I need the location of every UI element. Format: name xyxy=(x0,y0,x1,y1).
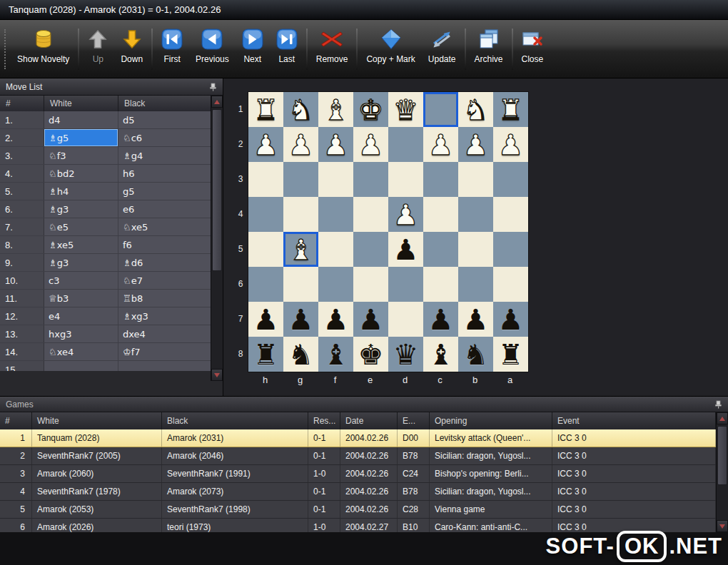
board-square-b7[interactable]: ♟ xyxy=(458,302,493,337)
toolbar-button-next[interactable]: Next xyxy=(236,22,270,78)
scrollbar-thumb[interactable] xyxy=(212,109,222,271)
board-square-e7[interactable]: ♟ xyxy=(353,302,388,337)
game-row[interactable]: 2SeventhRank7 (2005)Amarok (2046)0-12004… xyxy=(0,447,716,465)
board-square-f3[interactable] xyxy=(318,162,353,197)
move-black-cell[interactable]: ♗g4 xyxy=(118,147,211,164)
board-square-c6[interactable] xyxy=(423,267,458,302)
toolbar-button-copy-mark[interactable]: Copy + Mark xyxy=(360,22,421,78)
board-square-e2[interactable]: ♟ xyxy=(353,127,388,162)
board-square-c7[interactable]: ♟ xyxy=(423,302,458,337)
toolbar-button-close[interactable]: Close xyxy=(515,22,550,78)
move-white-cell[interactable]: ♘e5 xyxy=(44,218,118,235)
board-square-g7[interactable]: ♟ xyxy=(283,302,318,337)
move-black-cell[interactable]: ♘c6 xyxy=(118,129,211,146)
board-square-a2[interactable]: ♟ xyxy=(493,127,528,162)
game-row[interactable]: 5Amarok (2053)SeventhRank7 (1998)0-12004… xyxy=(0,501,716,519)
games-column-header[interactable]: # xyxy=(0,412,32,429)
board-square-a3[interactable] xyxy=(493,162,528,197)
games-column-header[interactable]: Opening xyxy=(430,412,552,429)
board-square-h6[interactable] xyxy=(248,267,283,302)
scrollbar-track[interactable] xyxy=(717,424,728,520)
games-column-header[interactable]: Event xyxy=(552,412,716,429)
toolbar-button-archive[interactable]: Archive xyxy=(468,22,510,78)
game-row[interactable]: 4SeventhRank7 (1978)Amarok (2073)0-12004… xyxy=(0,483,716,501)
board-square-c1[interactable] xyxy=(423,92,458,127)
board-square-a7[interactable]: ♟ xyxy=(493,302,528,337)
move-black-cell[interactable]: ♗xg3 xyxy=(118,307,211,325)
board-square-a6[interactable] xyxy=(493,267,528,302)
board-square-b8[interactable]: ♞ xyxy=(458,337,493,372)
board-square-f8[interactable]: ♝ xyxy=(318,337,353,372)
board-square-e8[interactable]: ♚ xyxy=(353,337,388,372)
board-square-g8[interactable]: ♞ xyxy=(283,337,318,372)
games-column-header[interactable]: Res... xyxy=(308,412,340,429)
scrollbar-track[interactable] xyxy=(211,108,223,369)
board-square-f2[interactable]: ♟ xyxy=(318,127,353,162)
board-square-g5[interactable]: ♝ xyxy=(283,232,318,267)
move-black-cell[interactable]: h6 xyxy=(118,165,211,182)
board-square-h7[interactable]: ♟ xyxy=(248,302,283,337)
pin-icon[interactable] xyxy=(209,83,217,91)
move-white-cell[interactable]: ♕b3 xyxy=(44,290,118,307)
move-white-cell[interactable]: ♗g3 xyxy=(44,254,118,271)
games-column-header[interactable]: Date xyxy=(340,412,398,429)
toolbar-button-last[interactable]: Last xyxy=(270,22,304,78)
toolbar-button-first[interactable]: First xyxy=(155,22,189,78)
move-black-cell[interactable]: ♖b8 xyxy=(118,290,211,307)
board-square-g6[interactable] xyxy=(283,267,318,302)
board-square-f4[interactable] xyxy=(318,197,353,232)
board-square-f7[interactable]: ♟ xyxy=(318,302,353,337)
move-white-cell[interactable]: c3 xyxy=(44,272,118,289)
game-row[interactable]: 6Amarok (2026)teori (1973)1-02004.02.27B… xyxy=(0,519,716,532)
board-square-b4[interactable] xyxy=(458,197,493,232)
move-black-cell[interactable]: ♔f7 xyxy=(118,343,211,360)
title-bar[interactable]: Tanquam (2028) - Amarok (2031) = 0-1, 20… xyxy=(0,0,728,20)
toolbar-button-up[interactable]: Up xyxy=(81,22,114,78)
move-list-column-header[interactable]: Black xyxy=(118,96,211,111)
move-white-cell[interactable]: d4 xyxy=(44,111,118,128)
move-white-cell[interactable]: ♗g3 xyxy=(44,200,118,218)
move-white-cell[interactable]: ♘bd2 xyxy=(44,165,118,182)
move-black-cell[interactable]: ♗d6 xyxy=(118,254,211,271)
pin-icon[interactable] xyxy=(714,400,722,409)
board-square-d5[interactable]: ♟ xyxy=(388,232,423,267)
board-square-c4[interactable] xyxy=(423,197,458,232)
toolbar-button-down[interactable]: Down xyxy=(114,22,149,78)
board-square-d7[interactable] xyxy=(388,302,423,337)
games-column-header[interactable]: Black xyxy=(162,412,308,429)
scroll-up-button[interactable] xyxy=(211,96,223,108)
move-black-cell[interactable]: ♘e7 xyxy=(118,272,211,289)
move-list-scrollbar[interactable] xyxy=(211,96,223,381)
board-square-c8[interactable]: ♝ xyxy=(423,337,458,372)
move-white-cell[interactable] xyxy=(44,361,118,371)
move-white-cell[interactable]: ♗g5 xyxy=(44,129,118,146)
board-square-a8[interactable]: ♜ xyxy=(493,337,528,372)
board-square-e6[interactable] xyxy=(353,267,388,302)
move-list-column-header[interactable]: White xyxy=(44,96,118,111)
board-square-g3[interactable] xyxy=(283,162,318,197)
board-square-e1[interactable]: ♚ xyxy=(353,92,388,127)
move-black-cell[interactable]: dxe4 xyxy=(118,325,211,342)
board-square-b3[interactable] xyxy=(458,162,493,197)
board-square-d2[interactable] xyxy=(388,127,423,162)
scroll-up-button[interactable] xyxy=(717,412,728,424)
board-square-h4[interactable] xyxy=(248,197,283,232)
board-square-f5[interactable] xyxy=(318,232,353,267)
move-black-cell[interactable]: ♘xe5 xyxy=(118,218,211,235)
move-black-cell[interactable]: g5 xyxy=(118,183,211,200)
board-square-f1[interactable]: ♝ xyxy=(318,92,353,127)
board-square-c3[interactable] xyxy=(423,162,458,197)
move-list-column-header[interactable]: # xyxy=(0,96,44,111)
toolbar-button-remove[interactable]: Remove xyxy=(310,22,355,78)
toolbar-button-show-novelty[interactable]: Show Novelty xyxy=(11,22,76,78)
move-black-cell[interactable]: d5 xyxy=(118,111,211,128)
toolbar-button-previous[interactable]: Previous xyxy=(189,22,236,78)
games-scrollbar[interactable] xyxy=(716,412,728,532)
board-square-g1[interactable]: ♞ xyxy=(283,92,318,127)
game-row[interactable]: 1Tanquam (2028)Amarok (2031)0-12004.02.2… xyxy=(0,429,716,447)
board-square-h1[interactable]: ♜ xyxy=(248,92,283,127)
move-white-cell[interactable]: hxg3 xyxy=(44,325,118,342)
game-row[interactable]: 3Amarok (2060)SeventhRank7 (1991)1-02004… xyxy=(0,465,716,483)
toolbar-grip[interactable] xyxy=(4,29,8,69)
board-square-e4[interactable] xyxy=(353,197,388,232)
